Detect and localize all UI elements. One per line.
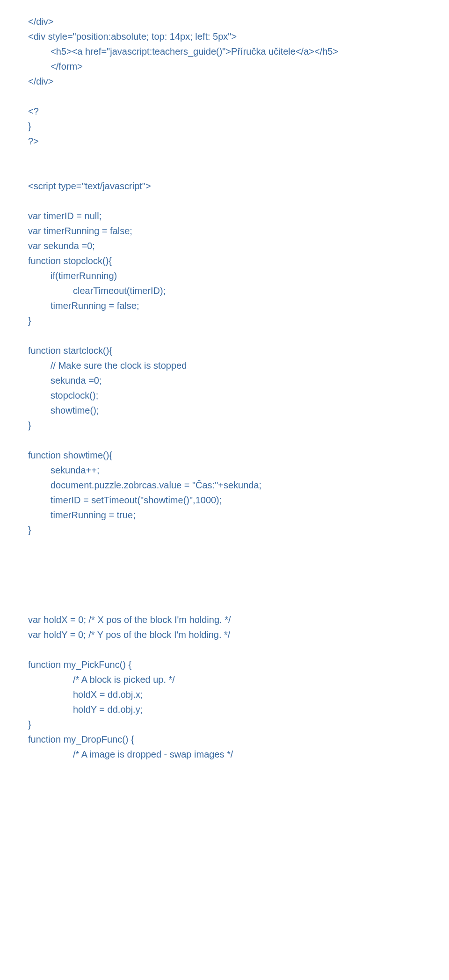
code-line: </div> [28,14,421,29]
code-line: } [28,313,421,328]
code-line: } [28,717,421,732]
code-line: } [28,119,421,134]
code-line: showtime(); [28,403,421,418]
code-line: if(timerRunning) [28,268,421,283]
code-line: ?> [28,134,421,149]
code-line: sekunda++; [28,463,421,478]
code-line: } [28,418,421,433]
code-line: timerID = setTimeout("showtime()",1000); [28,493,421,508]
code-line: timerRunning = true; [28,508,421,522]
code-line: var holdY = 0; /* Y pos of the block I'm… [28,627,421,642]
code-line: timerRunning = false; [28,298,421,313]
code-line: function showtime(){ [28,448,421,463]
code-line: function startclock(){ [28,343,421,358]
code-line: function my_DropFunc() { [28,732,421,747]
code-line: <? [28,104,421,119]
code-line: </form> [28,59,421,74]
code-line: holdX = dd.obj.x; [28,687,421,702]
code-line: <h5><a href="javascript:teachers_guide()… [28,44,421,59]
code-line: /* A block is picked up. */ [28,672,421,687]
code-line: function my_PickFunc() { [28,657,421,672]
code-line: var sekunda =0; [28,238,421,253]
code-line: holdY = dd.obj.y; [28,702,421,717]
code-line: /* A image is dropped - swap images */ [28,747,421,762]
code-line: function stopclock(){ [28,253,421,268]
code-line: sekunda =0; [28,373,421,388]
code-line: var timerID = null; [28,208,421,223]
code-line: stopclock(); [28,388,421,403]
code-line: <script type="text/javascript"> [28,179,421,193]
code-line: </div> [28,74,421,89]
code-line: } [28,522,421,537]
code-line: <div style="position:absolute; top: 14px… [28,29,421,44]
code-line: var holdX = 0; /* X pos of the block I'm… [28,612,421,627]
code-line: clearTimeout(timerID); [28,283,421,298]
code-line: document.puzzle.zobrcas.value = "Čas:"+s… [28,478,421,493]
code-line: var timerRunning = false; [28,223,421,238]
code-line: // Make sure the clock is stopped [28,358,421,373]
